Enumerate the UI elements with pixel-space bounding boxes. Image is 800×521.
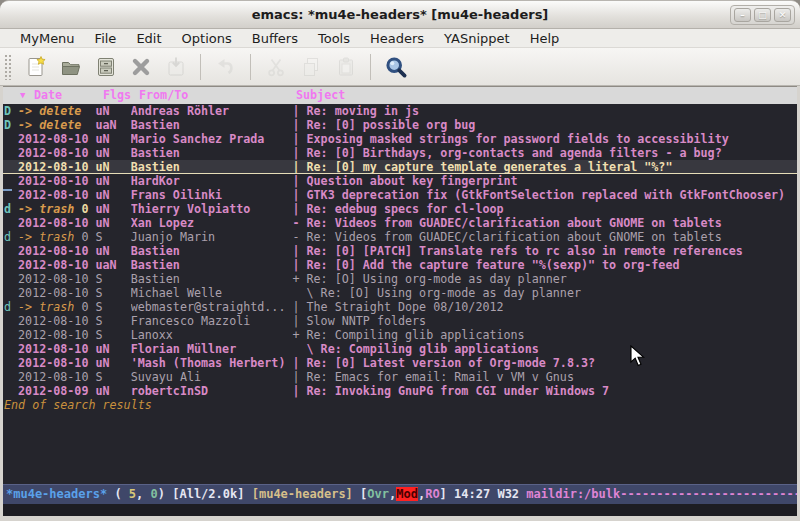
message-row[interactable]: 2012-08-10uNFlorian Müllner \ Re: Compil… [3, 342, 797, 356]
cut-icon [264, 55, 288, 79]
echo-area[interactable] [3, 504, 797, 516]
modeline-segment: 0 [151, 487, 158, 501]
message-row[interactable]: 2012-08-10uNMario Sanchez Prada| Exposin… [3, 132, 797, 146]
menu-item-edit[interactable]: Edit [128, 30, 169, 47]
toolbar-button-open-folder[interactable] [55, 52, 86, 82]
message-row[interactable]: 2012-08-10SSuvayu Ali| Re: Emacs for ema… [3, 370, 797, 384]
row-subject: | Re: [0] possible org bug [292, 118, 797, 132]
row-subject: | Exposing masked strings for password f… [292, 132, 797, 146]
message-row[interactable]: 2012-08-10uN'Mash (Thomas Herbert)| Re: … [3, 356, 797, 370]
row-flags: uaN [95, 258, 130, 272]
row-subject: | Re: [0] [PATCH] Translate refs to rc a… [292, 244, 797, 258]
column-header-subject[interactable]: Subject [296, 87, 345, 104]
row-mark: D [4, 118, 18, 132]
toolbar-button-search[interactable] [380, 52, 411, 82]
row-from: Bastien [131, 244, 293, 258]
message-row[interactable]: 2012-08-10uNBastien| Re: [0] my capture … [3, 160, 797, 174]
row-mark [4, 286, 18, 300]
row-mark: d [4, 230, 18, 244]
toolbar-button-new-file[interactable] [20, 52, 51, 82]
message-row[interactable]: D-> deleteuaNBastien| Re: [0] possible o… [3, 118, 797, 132]
message-row[interactable]: d-> trash 0uNThierry Volpiatto| Re: edeb… [3, 202, 797, 216]
close-button[interactable]: ✕ [774, 8, 791, 22]
header-line: ▼ Date Flgs From/To Subject [3, 87, 797, 104]
row-date: 2012-08-10 [18, 314, 95, 328]
row-from: Bastien [131, 160, 293, 173]
column-header-date[interactable]: Date [34, 87, 62, 104]
message-row[interactable]: 2012-08-10uNBastien| Re: [0] Birthdays, … [3, 146, 797, 160]
row-flags: S [95, 272, 130, 286]
row-mark: d [4, 300, 18, 314]
row-subject: | Question about key fingerprint [292, 174, 797, 188]
toolbar-grip-handle[interactable] [4, 54, 12, 80]
row-subject: | Re: [0] Add the capture feature "%(sex… [292, 258, 797, 272]
modeline-segment: [ [353, 487, 367, 501]
new-file-icon [24, 55, 48, 79]
row-from: Lanoxx [131, 328, 293, 342]
modeline-segment: , [136, 487, 150, 501]
mouse-cursor [630, 345, 645, 367]
row-date: 2012-08-10 [18, 132, 95, 146]
row-mark [4, 174, 18, 188]
row-flags: S [95, 328, 130, 342]
modeline-segment: Ovr [367, 487, 389, 501]
save-as-icon [164, 55, 188, 79]
message-row[interactable]: 2012-08-10SFrancesco Mazzoli| Slow NNTP … [3, 314, 797, 328]
row-date: 2012-08-10 [18, 174, 95, 188]
maximize-button[interactable]: □ [754, 8, 771, 22]
menu-item-yasnippet[interactable]: YASnippet [436, 30, 518, 47]
window-title: emacs: *mu4e-headers* [mu4e-headers] [0, 7, 800, 22]
row-subject: | Re: Emacs for email: Rmail v VM v Gnus [292, 370, 797, 384]
message-row[interactable]: 2012-08-10SMichael Welle \ Re: [O] Using… [3, 286, 797, 300]
menu-item-options[interactable]: Options [174, 30, 240, 47]
modeline-segment: maildir:/bulk [526, 487, 620, 501]
modeline-segment: ( [107, 487, 129, 501]
message-row[interactable]: 2012-08-10uNFrans Oilinki| GTK3 deprecat… [3, 188, 797, 202]
message-row[interactable]: d-> trash 0SJuanjo Marin- Re: Videos fro… [3, 230, 797, 244]
menu-item-file[interactable]: File [87, 30, 125, 47]
message-row[interactable]: 2012-08-09uNrobertcInSD| Re: Invoking Gn… [3, 384, 797, 398]
message-row[interactable]: d-> trash 0Swebmaster@straightd...| The … [3, 300, 797, 314]
message-row[interactable]: 2012-08-10uNXan Lopez- Re: Videos from G… [3, 216, 797, 230]
row-flags: uN [95, 202, 130, 216]
row-mark [4, 356, 18, 370]
row-mark [4, 328, 18, 342]
row-flags: uN [95, 216, 130, 230]
row-subject: | GTK3 deprecation fix (GtkFontSelection… [292, 188, 797, 202]
row-from: Xan Lopez [131, 216, 293, 230]
mode-line[interactable]: *mu4e-headers* ( 5, 0) [All/2.0k] [mu4e-… [3, 484, 797, 504]
message-row[interactable]: 2012-08-10uaNBastien| Re: [0] Add the ca… [3, 258, 797, 272]
menu-item-headers[interactable]: Headers [362, 30, 432, 47]
title-bar[interactable]: emacs: *mu4e-headers* [mu4e-headers] – □… [0, 1, 800, 29]
toolbar-button-paste [330, 52, 361, 82]
row-subject: \ Re: Compiling glib applications [292, 342, 797, 356]
menu-item-buffers[interactable]: Buffers [244, 30, 306, 47]
toolbar-button-copy [295, 52, 326, 82]
menu-item-mymenu[interactable]: MyMenu [12, 30, 83, 47]
menu-bar: MyMenuFileEditOptionsBuffersToolsHeaders… [0, 29, 800, 48]
modeline-segment: 14:27 W32 [454, 487, 526, 501]
row-mark [4, 272, 18, 286]
menu-item-help[interactable]: Help [522, 30, 568, 47]
row-from: HardKor [131, 174, 293, 188]
column-header-from[interactable]: From/To [139, 87, 188, 104]
row-date: 2012-08-10 [18, 244, 95, 258]
modeline-segment: Mod [396, 487, 418, 501]
row-mark [4, 258, 18, 272]
message-row[interactable]: 2012-08-10SLanoxx+ Re: Compiling glib ap… [3, 328, 797, 342]
message-row[interactable]: 2012-08-10SBastien+ Re: [O] Using org-mo… [3, 272, 797, 286]
message-list: D-> deleteuNAndreas Röhler| Re: moving i… [3, 104, 797, 484]
menu-item-tools[interactable]: Tools [310, 30, 358, 47]
row-date: 2012-08-10 [18, 272, 95, 286]
message-row[interactable]: D-> deleteuNAndreas Röhler| Re: moving i… [3, 104, 797, 118]
message-row[interactable]: 2012-08-10uNHardKor| Question about key … [3, 174, 797, 188]
row-subject: | Re: [0] Birthdays, org-contacts and ag… [292, 146, 797, 160]
window-controls: – □ ✕ [730, 5, 795, 25]
toolbar-button-close[interactable] [125, 52, 156, 82]
modeline-segment: ) [158, 487, 172, 501]
minimize-button[interactable]: – [734, 8, 751, 22]
column-header-flags[interactable]: Flgs [103, 87, 131, 104]
toolbar-button-save[interactable] [90, 52, 121, 82]
message-row[interactable]: 2012-08-10uNBastien| Re: [0] [PATCH] Tra… [3, 244, 797, 258]
modeline-segment: [All/2.0k] [172, 487, 251, 501]
